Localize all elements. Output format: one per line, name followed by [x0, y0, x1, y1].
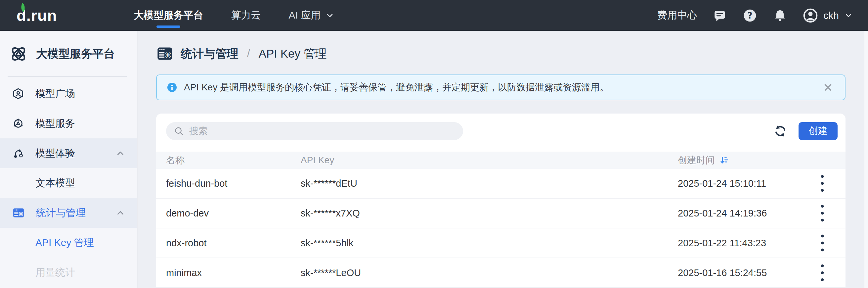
chevron-down-icon — [844, 11, 853, 20]
username: ckh — [823, 10, 839, 21]
model-square-icon — [12, 88, 24, 99]
column-header-name[interactable]: 名称 — [166, 154, 301, 167]
chevron-up-icon — [116, 208, 125, 218]
scrollbar[interactable] — [864, 31, 868, 288]
svg-text:⌘: ⌘ — [165, 51, 172, 59]
sidebar-title: 大模型服务平台 — [36, 46, 115, 62]
cell-name: ndx-robot — [166, 238, 301, 249]
page-title: API Key 管理 — [259, 46, 327, 62]
sidebar-item-label: 模型服务 — [35, 117, 75, 131]
sidebar: 大模型服务平台 模型广场 模型服务 — [0, 31, 137, 288]
active-tab-indicator — [156, 26, 180, 28]
cell-name: demo-dev — [166, 208, 301, 219]
collapse-toggle[interactable] — [116, 148, 125, 158]
cell-name: minimax — [166, 267, 301, 279]
bell-icon — [773, 9, 787, 23]
sidebar-divider — [8, 76, 127, 77]
message-icon — [713, 9, 727, 23]
cell-created-at: 2025-01-16 15:24:55 — [678, 267, 807, 279]
sidebar-item-label: 统计与管理 — [36, 206, 86, 220]
tab-compute-cloud-label: 算力云 — [231, 9, 261, 22]
kebab-menu-icon — [820, 174, 824, 193]
column-header-created-at[interactable]: 创建时间 — [678, 154, 807, 167]
navbar-right-group: 费用中心 ? — [657, 8, 853, 23]
cell-created-at: 2025-01-24 15:10:11 — [678, 178, 807, 189]
refresh-icon — [773, 124, 787, 138]
sidebar-item-label: 模型广场 — [35, 87, 75, 100]
column-header-api-key[interactable]: API Key — [301, 155, 678, 166]
tab-compute-cloud[interactable]: 算力云 — [231, 0, 261, 31]
sort-descending-icon[interactable] — [719, 155, 730, 165]
sidebar-subitem-label: 用量统计 — [35, 266, 75, 279]
drun-logo[interactable]: d.run — [17, 6, 57, 25]
table-row[interactable]: demo-dev sk-******x7XQ 2025-01-24 14:19:… — [156, 199, 845, 228]
kebab-menu-icon — [820, 263, 824, 282]
breadcrumb-separator: / — [246, 48, 251, 60]
chevron-up-icon — [116, 148, 125, 158]
sidebar-item-stats-management[interactable]: ⌘ 统计与管理 — [0, 198, 137, 228]
search-icon — [174, 126, 184, 136]
kebab-menu-icon — [820, 204, 824, 223]
sidebar-subitem-label: API Key 管理 — [35, 236, 94, 250]
stats-management-icon: ⌘ — [12, 207, 25, 219]
svg-text:⌘: ⌘ — [19, 211, 24, 217]
tab-llm-platform[interactable]: 大模型服务平台 — [134, 0, 203, 31]
notifications-button[interactable] — [773, 9, 787, 23]
avatar-icon — [803, 8, 818, 23]
alert-message: API Key 是调用模型服务的核心凭证，请妥善保管，避免泄露，并定期更新，以防… — [184, 81, 609, 94]
sidebar-item-api-key-management[interactable]: API Key 管理 — [0, 228, 137, 258]
refresh-button[interactable] — [773, 124, 787, 138]
column-header-created-at-label: 创建时间 — [678, 154, 715, 167]
tab-llm-platform-label: 大模型服务平台 — [134, 9, 203, 22]
sidebar-item-model-service[interactable]: 模型服务 — [0, 109, 137, 138]
cell-name: feishu-dun-bot — [166, 178, 301, 189]
card-toolbar: 创建 — [156, 122, 845, 140]
help-icon: ? — [743, 8, 757, 23]
table-header: 名称 API Key 创建时间 — [156, 152, 845, 169]
help-button[interactable]: ? — [743, 8, 757, 23]
user-menu[interactable]: ckh — [803, 8, 853, 23]
row-actions-button[interactable] — [820, 234, 824, 252]
search-box[interactable] — [166, 122, 463, 140]
close-icon — [823, 82, 834, 93]
sidebar-item-usage-stats[interactable]: 用量统计 — [0, 258, 137, 287]
kebab-menu-icon — [820, 234, 824, 252]
primary-nav-tabs: 大模型服务平台 算力云 AI 应用 — [134, 0, 335, 31]
top-navbar: d.run 大模型服务平台 算力云 AI 应用 费用中心 — [0, 0, 868, 31]
row-actions-button[interactable] — [820, 263, 824, 282]
tab-ai-apps-label: AI 应用 — [288, 9, 320, 22]
breadcrumb: ⌘ 统计与管理 / API Key 管理 — [156, 31, 845, 75]
billing-center-link[interactable]: 费用中心 — [657, 9, 697, 22]
message-button[interactable] — [713, 9, 727, 23]
svg-text:?: ? — [748, 10, 752, 21]
cell-api-key: sk-******x7XQ — [301, 208, 678, 219]
tab-ai-apps[interactable]: AI 应用 — [288, 0, 335, 31]
table-row[interactable]: minimax sk-******LeOU 2025-01-16 15:24:5… — [156, 258, 845, 288]
cell-api-key: sk-******5hlk — [301, 238, 678, 249]
breadcrumb-section[interactable]: 统计与管理 — [181, 46, 239, 62]
platform-logo-icon — [9, 45, 28, 63]
sidebar-item-label: 模型体验 — [35, 147, 75, 160]
main-content: ⌘ 统计与管理 / API Key 管理 API Key 是调用模型服务的核心凭… — [138, 31, 868, 288]
collapse-toggle[interactable] — [116, 208, 125, 218]
row-actions-button[interactable] — [820, 174, 824, 193]
create-button[interactable]: 创建 — [799, 122, 838, 140]
sidebar-header: 大模型服务平台 — [0, 38, 137, 69]
sidebar-subitem-label: 文本模型 — [35, 176, 75, 190]
sidebar-item-model-square[interactable]: 模型广场 — [0, 79, 137, 109]
cell-created-at: 2025-01-22 11:43:23 — [678, 238, 807, 249]
cell-api-key: sk-******dEtU — [301, 178, 678, 189]
cell-api-key: sk-******LeOU — [301, 267, 678, 279]
table-row[interactable]: feishu-dun-bot sk-******dEtU 2025-01-24 … — [156, 169, 845, 199]
search-input[interactable] — [189, 126, 460, 136]
row-actions-button[interactable] — [820, 204, 824, 223]
sidebar-item-text-model[interactable]: 文本模型 — [0, 168, 137, 198]
sidebar-item-model-experience[interactable]: 模型体验 — [0, 138, 137, 168]
table-row[interactable]: ndx-robot sk-******5hlk 2025-01-22 11:43… — [156, 228, 845, 258]
model-experience-icon — [12, 147, 24, 159]
cell-created-at: 2025-01-24 14:19:36 — [678, 208, 807, 219]
alert-close-button[interactable] — [823, 82, 834, 93]
api-key-card: 创建 名称 API Key 创建时间 feishu-dun-bot sk-***… — [156, 114, 845, 288]
chevron-down-icon — [325, 11, 335, 20]
model-service-icon — [12, 117, 24, 129]
